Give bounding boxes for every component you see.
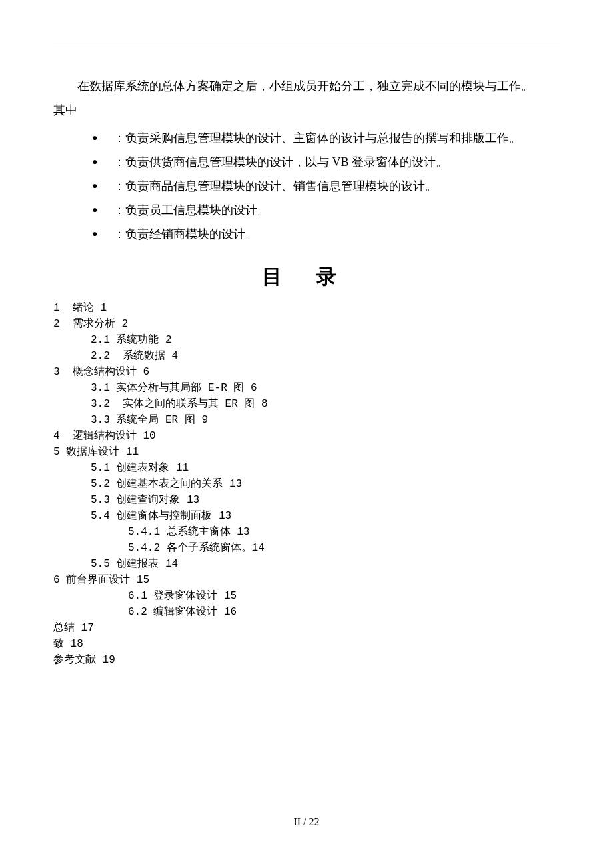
toc-entry: 3.2 实体之间的联系与其 ER 图 8 [53,396,560,412]
toc-entry: 4 逻辑结构设计 10 [53,428,560,444]
toc-entry: 5.4.1 总系统主窗体 13 [53,524,560,540]
toc-entry: 6.2 编辑窗体设计 16 [53,604,560,620]
toc-entry: 参考文献 19 [53,652,560,668]
page-footer: II / 22 [0,816,613,828]
toc-heading: 目 录 [53,263,560,291]
toc-entry: 致 18 [53,636,560,652]
toc-entry: 3.1 实体分析与其局部 E-R 图 6 [53,380,560,396]
toc-entry: 3 概念结构设计 6 [53,364,560,380]
duty-item: ：负责商品信息管理模块的设计、销售信息管理模块的设计。 [101,174,560,198]
table-of-contents: 1 绪论 1 2 需求分析 2 2.1 系统功能 2 2.2 系统数据 4 3 … [53,300,560,668]
toc-entry: 2.1 系统功能 2 [53,332,560,348]
duties-list: ：负责采购信息管理模块的设计、主窗体的设计与总报告的撰写和排版工作。 ：负责供货… [53,126,560,246]
toc-entry: 5.2 创建基本表之间的关系 13 [53,476,560,492]
toc-entry: 2 需求分析 2 [53,316,560,332]
toc-entry: 5.4.2 各个子系统窗体。14 [53,540,560,556]
toc-entry: 2.2 系统数据 4 [53,348,560,364]
toc-entry: 6.1 登录窗体设计 15 [53,588,560,604]
duty-item: ：负责供货商信息管理模块的设计，以与 VB 登录窗体的设计。 [101,150,560,174]
toc-entry: 5.4 创建窗体与控制面板 13 [53,508,560,524]
duty-item: ：负责员工信息模块的设计。 [101,198,560,222]
duty-item: ：负责采购信息管理模块的设计、主窗体的设计与总报告的撰写和排版工作。 [101,126,560,150]
intro-paragraph-line1: 在数据库系统的总体方案确定之后，小组成员开始分工，独立完成不同的模块与工作。 [53,74,560,98]
toc-entry: 总结 17 [53,620,560,636]
toc-entry: 1 绪论 1 [53,300,560,316]
page-top-rule [53,47,560,47]
toc-entry: 5 数据库设计 11 [53,444,560,460]
toc-entry: 3.3 系统全局 ER 图 9 [53,412,560,428]
toc-entry: 6 前台界面设计 15 [53,572,560,588]
toc-entry: 5.5 创建报表 14 [53,556,560,572]
toc-entry: 5.1 创建表对象 11 [53,460,560,476]
duty-item: ：负责经销商模块的设计。 [101,222,560,246]
toc-entry: 5.3 创建查询对象 13 [53,492,560,508]
intro-paragraph-line2: 其中 [53,98,560,122]
